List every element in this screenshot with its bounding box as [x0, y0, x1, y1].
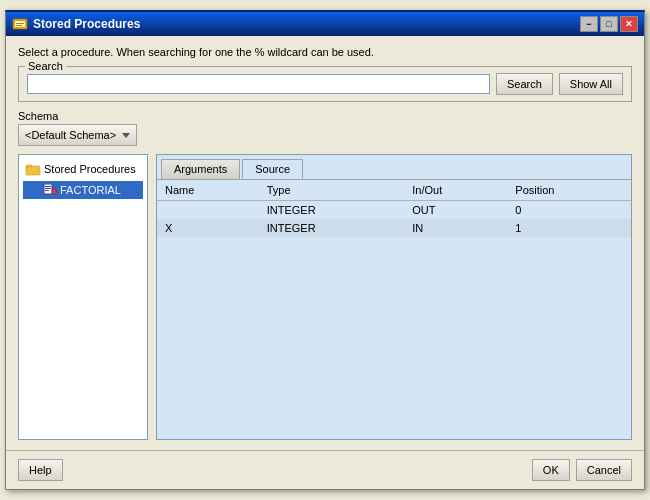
minimize-button[interactable]: − [580, 16, 598, 32]
search-group: Search Search Show All [18, 66, 632, 102]
tab-arguments[interactable]: Arguments [161, 159, 240, 179]
svg-rect-10 [52, 189, 56, 194]
cell-position: 0 [507, 201, 631, 220]
col-name: Name [157, 180, 259, 201]
window-footer: Help OK Cancel [6, 450, 644, 489]
schema-label: Schema [18, 110, 632, 122]
cancel-button[interactable]: Cancel [576, 459, 632, 481]
close-button[interactable]: ✕ [620, 16, 638, 32]
arguments-table: Name Type In/Out Position INTEGEROUT0XIN… [157, 180, 631, 237]
col-type: Type [259, 180, 405, 201]
maximize-button[interactable]: □ [600, 16, 618, 32]
cell-inout: OUT [404, 201, 507, 220]
table-row: XINTEGERIN1 [157, 219, 631, 237]
schema-value: <Default Schema> [25, 129, 116, 141]
search-row: Search Show All [27, 73, 623, 95]
window-body: Select a procedure. When searching for o… [6, 36, 644, 450]
table-row: INTEGEROUT0 [157, 201, 631, 220]
tab-content: Name Type In/Out Position INTEGEROUT0XIN… [157, 179, 631, 439]
cell-position: 1 [507, 219, 631, 237]
svg-rect-2 [16, 23, 24, 24]
title-bar-left: Stored Procedures [12, 16, 140, 32]
show-all-button[interactable]: Show All [559, 73, 623, 95]
search-input[interactable] [27, 74, 490, 94]
tree-root-item[interactable]: Stored Procedures [21, 159, 145, 179]
search-button[interactable]: Search [496, 73, 553, 95]
svg-rect-8 [45, 188, 51, 189]
tab-source[interactable]: Source [242, 159, 303, 179]
search-label: Search [25, 60, 66, 72]
procedure-icon [43, 183, 57, 197]
table-header-row: Name Type In/Out Position [157, 180, 631, 201]
window-title: Stored Procedures [33, 17, 140, 31]
description-text: Select a procedure. When searching for o… [18, 46, 632, 58]
stored-procedures-window: Stored Procedures − □ ✕ Select a procedu… [5, 10, 645, 490]
cell-type: INTEGER [259, 219, 405, 237]
tree-selected-item[interactable]: FACTORIAL [23, 181, 143, 199]
cell-name: X [157, 219, 259, 237]
tree-item-label: FACTORIAL [60, 184, 121, 196]
tree-panel: Stored Procedures FACTORIAL [18, 154, 148, 440]
help-button[interactable]: Help [18, 459, 63, 481]
cell-type: INTEGER [259, 201, 405, 220]
col-inout: In/Out [404, 180, 507, 201]
title-bar-controls: − □ ✕ [580, 16, 638, 32]
ok-button[interactable]: OK [532, 459, 570, 481]
footer-right: OK Cancel [532, 459, 632, 481]
tree-root-label: Stored Procedures [44, 163, 136, 175]
svg-rect-3 [16, 25, 22, 26]
col-position: Position [507, 180, 631, 201]
chevron-down-icon [122, 133, 130, 138]
folder-icon [25, 161, 41, 177]
cell-name [157, 201, 259, 220]
main-area: Stored Procedures FACTORIAL [18, 154, 632, 440]
cell-inout: IN [404, 219, 507, 237]
title-bar: Stored Procedures − □ ✕ [6, 12, 644, 36]
schema-section: Schema <Default Schema> [18, 110, 632, 146]
schema-dropdown[interactable]: <Default Schema> [18, 124, 137, 146]
svg-rect-7 [45, 186, 51, 187]
svg-rect-4 [26, 166, 40, 175]
window-icon [12, 16, 28, 32]
svg-rect-9 [45, 190, 49, 191]
svg-rect-5 [26, 165, 32, 167]
right-panel: Arguments Source Name Type In/Out [156, 154, 632, 440]
tabs-bar: Arguments Source [157, 155, 631, 179]
